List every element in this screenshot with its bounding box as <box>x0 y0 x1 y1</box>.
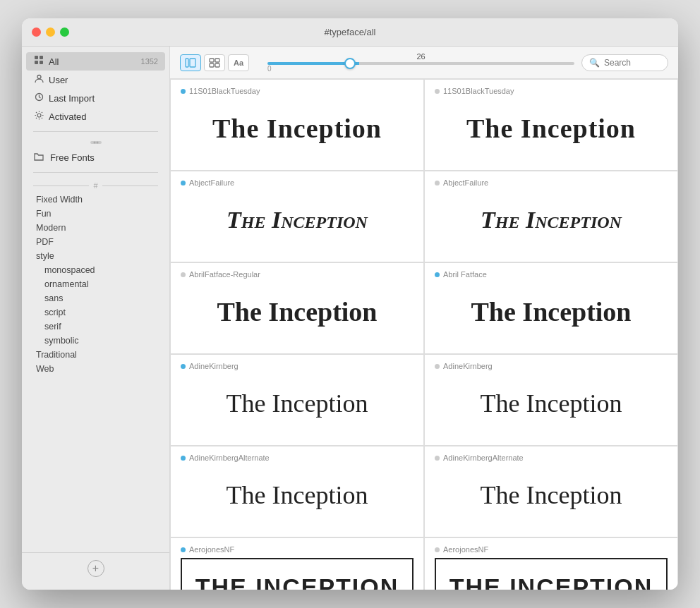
font-dot-11 <box>435 547 440 552</box>
font-preview-11: The Inception <box>435 558 668 590</box>
sidebar-tag-monospaced[interactable]: monospaced <box>22 263 169 277</box>
font-name-row-0: 11S01BlackTuesday <box>181 87 414 95</box>
font-name-row-11: AerojonesNF <box>435 545 668 554</box>
font-preview-8: The Inception <box>181 466 414 524</box>
font-name-row-9: AdineKirnbergAlternate <box>435 454 668 462</box>
sidebar-tag-traditional[interactable]: Traditional <box>22 348 169 362</box>
grid-view-button[interactable] <box>204 54 225 71</box>
minimize-button[interactable] <box>46 28 55 37</box>
font-dot-3 <box>435 181 440 186</box>
slider-zero-label: 0 <box>267 65 272 73</box>
add-button[interactable]: + <box>88 560 104 577</box>
sidebar-view-button[interactable] <box>180 54 201 71</box>
sidebar-tag-script[interactable]: script <box>22 305 169 320</box>
app-window: #typeface/all All 1352 <box>22 18 678 590</box>
hash-icon: # <box>93 181 97 190</box>
font-card-1[interactable]: 11S01BlackTuesday The Inception <box>424 79 678 171</box>
sidebar-tag-modern[interactable]: Modern <box>22 221 169 235</box>
font-card-5[interactable]: Abril Fatface The Inception <box>424 262 678 354</box>
sidebar-item-user[interactable]: User <box>22 71 169 89</box>
sidebar-activated-label: Activated <box>49 111 86 122</box>
font-dot-1 <box>435 89 440 94</box>
font-dot-0 <box>181 89 186 94</box>
font-preview-5: The Inception <box>435 283 668 341</box>
search-input[interactable] <box>604 58 660 68</box>
font-card-7[interactable]: AdineKirnberg The Inception <box>424 354 678 446</box>
font-card-3[interactable]: AbjectFailure The Inception <box>424 171 678 262</box>
slider-section: 26 0 <box>267 52 574 73</box>
text-view-button[interactable]: Aa <box>228 54 249 71</box>
svg-rect-22 <box>210 63 214 67</box>
sidebar-item-activated[interactable]: Activated <box>22 107 169 126</box>
close-button[interactable] <box>32 28 41 37</box>
font-card-6[interactable]: AdineKirnberg The Inception <box>170 354 424 446</box>
view-buttons: Aa <box>180 54 249 71</box>
divider-1 <box>33 131 158 132</box>
font-preview-4: The Inception <box>181 283 414 341</box>
svg-rect-21 <box>215 59 219 62</box>
sidebar-tag-pdf[interactable]: PDF <box>22 235 169 249</box>
sidebar-tag-sans[interactable]: sans <box>22 291 169 305</box>
font-name-5: Abril Fatface <box>443 270 487 279</box>
font-name-4: AbrilFatface-Regular <box>189 270 260 279</box>
sidebar-tag-fun[interactable]: Fun <box>22 207 169 221</box>
font-name-row-8: AdineKirnbergAlternate <box>181 454 414 462</box>
font-name-6: AdineKirnberg <box>189 362 239 370</box>
font-name-row-7: AdineKirnberg <box>435 362 668 370</box>
font-card-8[interactable]: AdineKirnbergAlternate The Inception <box>170 446 424 537</box>
font-card-0[interactable]: 11S01BlackTuesday The Inception <box>170 79 424 171</box>
sidebar-item-last-import[interactable]: Last Import <box>22 89 169 107</box>
svg-line-13 <box>41 112 42 113</box>
font-name-2: AbjectFailure <box>189 178 234 187</box>
divider-line-right <box>102 186 158 186</box>
sidebar-tag-serif[interactable]: serif <box>22 320 169 334</box>
font-size-slider[interactable] <box>267 62 574 65</box>
sidebar-tag-symbolic[interactable]: symbolic <box>22 334 169 348</box>
sidebar-item-free-fonts[interactable]: Free Fonts <box>22 149 169 166</box>
sidebar-free-fonts-label: Free Fonts <box>50 152 95 163</box>
grid-view-icon <box>209 58 220 68</box>
font-card-9[interactable]: AdineKirnbergAlternate The Inception <box>424 446 678 537</box>
svg-rect-19 <box>190 59 195 67</box>
svg-rect-0 <box>35 56 38 59</box>
svg-point-6 <box>37 114 41 117</box>
font-name-row-10: AerojonesNF <box>181 545 414 554</box>
svg-rect-20 <box>210 59 214 62</box>
font-card-10[interactable]: AerojonesNF The Inception <box>170 537 424 590</box>
font-name-10: AerojonesNF <box>189 545 234 554</box>
divider-line-left <box>33 186 89 186</box>
sidebar: All 1352 User <box>22 47 170 590</box>
font-name-row-3: AbjectFailure <box>435 178 668 187</box>
svg-point-4 <box>37 75 41 79</box>
font-card-11[interactable]: AerojonesNF The Inception <box>424 537 678 590</box>
window-title: #typeface/all <box>325 27 376 37</box>
maximize-button[interactable] <box>60 28 69 37</box>
font-dot-9 <box>435 456 440 461</box>
sidebar-bottom: + <box>22 552 169 584</box>
font-name-3: AbjectFailure <box>443 178 488 187</box>
sidebar-tag-ornamental[interactable]: ornamental <box>22 277 169 291</box>
font-dot-6 <box>181 364 186 369</box>
sidebar-last-import-label: Last Import <box>49 93 95 104</box>
svg-rect-3 <box>40 61 43 64</box>
font-name-7: AdineKirnberg <box>443 362 493 370</box>
font-card-4[interactable]: AbrilFatface-Regular The Inception <box>170 262 424 354</box>
font-name-row-5: Abril Fatface <box>435 270 668 279</box>
sidebar-tag-web[interactable]: Web <box>22 362 169 376</box>
search-icon: 🔍 <box>589 58 600 68</box>
sidebar-tag-fixed-width[interactable]: Fixed Width <box>22 193 169 207</box>
font-name-11: AerojonesNF <box>443 545 488 554</box>
font-card-2[interactable]: AbjectFailure The Inception <box>170 171 424 262</box>
grid-icon <box>33 56 44 67</box>
sidebar-all-label: All <box>49 56 59 67</box>
svg-line-12 <box>41 118 42 118</box>
folder-icon <box>33 152 44 163</box>
font-preview-7: The Inception <box>435 375 668 432</box>
main-area: Aa 26 0 🔍 <box>170 47 678 590</box>
scroll-indicator <box>89 139 103 146</box>
font-preview-0: The Inception <box>181 99 414 157</box>
sidebar-item-all[interactable]: All 1352 <box>26 52 165 71</box>
font-preview-6: The Inception <box>181 375 414 432</box>
font-preview-9: The Inception <box>435 466 668 524</box>
sidebar-tag-style[interactable]: style <box>22 249 169 263</box>
